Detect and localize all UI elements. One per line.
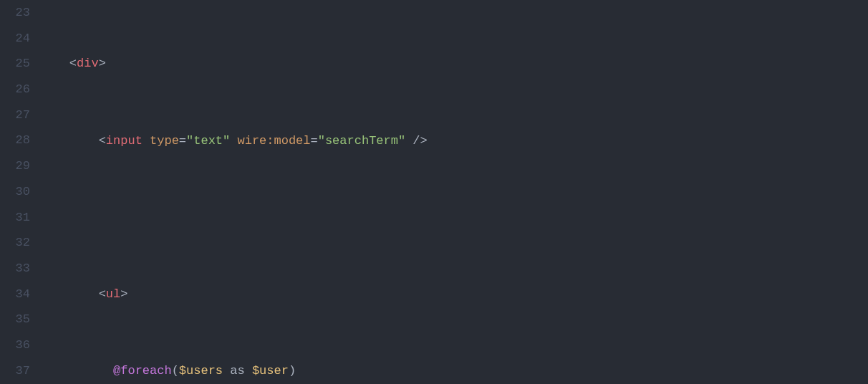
line-number-gutter: 23 24 25 26 27 28 29 30 31 32 33 34 35 3… bbox=[0, 0, 40, 384]
line-number: 33 bbox=[0, 256, 30, 282]
line-number: 31 bbox=[0, 205, 30, 231]
code-line: <div> bbox=[40, 51, 868, 77]
line-number: 23 bbox=[0, 0, 30, 26]
line-number: 26 bbox=[0, 77, 30, 102]
code-line bbox=[40, 205, 868, 231]
line-number: 32 bbox=[0, 230, 30, 256]
line-number: 25 bbox=[0, 51, 30, 77]
line-number: 29 bbox=[0, 153, 30, 179]
line-number: 34 bbox=[0, 282, 30, 307]
line-number: 28 bbox=[0, 128, 30, 153]
code-line: <input type="text" wire:model="searchTer… bbox=[40, 128, 868, 154]
code-area[interactable]: <div> <input type="text" wire:model="sea… bbox=[40, 0, 868, 384]
code-editor[interactable]: 23 24 25 26 27 28 29 30 31 32 33 34 35 3… bbox=[0, 0, 868, 384]
line-number: 37 bbox=[0, 358, 30, 384]
code-line: <ul> bbox=[40, 282, 868, 307]
line-number: 35 bbox=[0, 307, 30, 332]
line-number: 24 bbox=[0, 26, 30, 52]
line-number: 30 bbox=[0, 179, 30, 205]
line-number: 27 bbox=[0, 102, 30, 128]
code-line: @foreach($users as $user) bbox=[40, 358, 868, 384]
line-number: 36 bbox=[0, 332, 30, 358]
